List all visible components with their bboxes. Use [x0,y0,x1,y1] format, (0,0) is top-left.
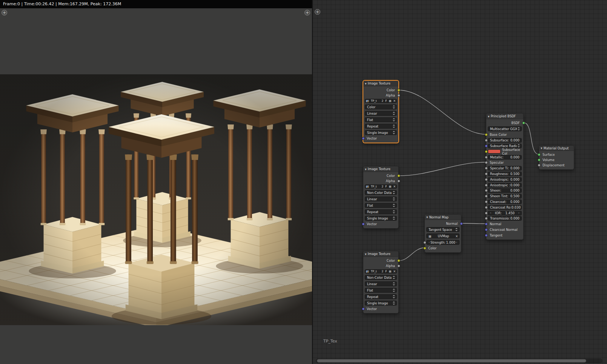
pack-image-icon[interactable] [388,270,393,273]
socket-roughness[interactable] [485,172,488,175]
region-expand-icon[interactable] [315,9,320,15]
render-viewport-area[interactable]: Frame:0 | Time:00:26.42 | Mem:167.29M, P… [0,0,312,364]
clearcoat-slider[interactable]: Clearcoat:0.000 [488,200,522,204]
image-users-button[interactable]: 2 [381,99,385,103]
specular-tint-slider[interactable]: Specular Ti:0.000 [488,166,522,170]
node-header[interactable]: Normal Map [425,215,461,220]
region-expand-icon[interactable] [304,10,310,15]
sheen-tint-slider[interactable]: Sheen Tint:0.500 [488,194,522,198]
anisotropic-rotation-slider[interactable]: Anisotropic :0.000 [488,183,522,187]
unlink-image-icon[interactable] [392,270,396,273]
socket-base-color[interactable] [485,133,488,136]
interpolation-select[interactable]: Linear [365,111,397,116]
socket-clearcoat-roughness[interactable] [485,206,488,209]
projection-select[interactable]: Flat [365,203,397,208]
slider-increase-icon[interactable] [456,241,457,244]
extension-select[interactable]: Repeat [365,124,397,129]
unlink-image-icon[interactable] [392,185,396,188]
socket-anisotropic[interactable] [485,178,488,181]
socket-tangent[interactable] [485,234,488,237]
socket-bsdf-output[interactable] [522,121,525,124]
socket-color-output[interactable] [397,259,400,262]
collapse-icon[interactable] [365,253,367,255]
socket-volume-input[interactable] [538,158,541,161]
pack-image-icon[interactable] [388,99,393,103]
distribution-select[interactable]: Multiscatter GGX [488,126,522,131]
node-principled-bsdf[interactable]: Principled BSDF BSDF Multiscatter GGX Ba… [486,113,524,240]
metallic-slider[interactable]: Metallic:0.000 [488,155,522,160]
interpolation-select[interactable]: Linear [365,281,397,286]
rendered-image-region[interactable] [0,74,312,325]
transmission-slider[interactable]: Transmissio:0.000 [488,216,522,221]
collapse-icon[interactable] [541,147,542,149]
sheen-slider[interactable]: Sheen:0.000 [488,188,522,193]
node-header[interactable]: Image Texture [363,81,398,86]
image-users-button[interactable]: 2 [381,270,385,273]
anisotropic-slider[interactable]: Anisotropic:0.000 [488,177,522,182]
socket-specular[interactable] [485,161,488,164]
image-name-field[interactable]: TP_t [370,270,381,273]
image-browse-button[interactable] [365,270,370,273]
socket-sheen-tint[interactable] [485,195,488,198]
projection-select[interactable]: Flat [365,117,397,122]
scrollbar-thumb[interactable] [317,359,586,362]
socket-subsurface-radius[interactable] [485,144,488,147]
fake-user-button[interactable]: F [384,99,388,103]
node-header[interactable]: Image Texture [363,251,398,257]
clearcoat-roughness-slider[interactable]: Clearcoat Ro:0.030 [488,205,522,210]
socket-clearcoat[interactable] [485,200,488,203]
colorspace-select[interactable]: Color [365,104,397,109]
node-header[interactable]: Principled BSDF [486,114,523,119]
socket-metallic[interactable] [485,156,488,159]
node-header[interactable]: Image Texture [363,166,398,172]
fake-user-button[interactable]: F [384,185,388,188]
area-divider[interactable] [312,0,313,364]
extension-select[interactable]: Repeat [365,209,397,214]
node-image-texture-2[interactable]: Image Texture Color Alpha TP_t 2 F Non-C… [363,166,399,229]
collapse-icon[interactable] [365,168,367,170]
socket-surface-input[interactable] [538,153,541,156]
space-select[interactable]: Tangent Space [426,227,459,232]
socket-alpha-output[interactable] [397,94,400,97]
strength-slider[interactable]: Strength: 1.000 [426,240,459,245]
image-browse-button[interactable] [365,99,370,103]
socket-displacement-input[interactable] [538,164,541,167]
node-image-texture-1[interactable]: Image Texture Color Alpha TP_t 2 F Color [363,80,399,143]
source-select[interactable]: Single Image [365,216,397,221]
fake-user-button[interactable]: F [384,270,388,273]
pack-image-icon[interactable] [388,185,393,188]
colorspace-select[interactable]: Non-Color Data [365,275,397,280]
socket-color-output[interactable] [397,89,400,92]
socket-color-output[interactable] [397,174,400,177]
socket-alpha-output[interactable] [397,180,400,183]
interpolation-select[interactable]: Linear [365,197,397,201]
colorspace-select[interactable]: Non-Color Data [365,190,397,195]
subsurface-slider[interactable]: Subsurface:0.000 [488,138,522,143]
collapse-icon[interactable] [365,82,367,85]
region-expand-icon[interactable] [2,10,7,15]
horizontal-scrollbar[interactable] [316,358,602,363]
extension-select[interactable]: Repeat [365,294,397,299]
collapse-icon[interactable] [488,115,490,118]
socket-vector-input[interactable] [362,307,365,310]
socket-strength-input[interactable] [423,241,426,244]
uv-map-select[interactable]: UVMap [426,233,459,238]
socket-specular-tint[interactable] [485,167,488,170]
roughness-slider[interactable]: Roughness:0.500 [488,172,522,176]
node-normal-map[interactable]: Normal Map Normal Tangent Space UVMap [424,214,461,253]
subsurface-color-swatch[interactable] [488,149,501,154]
node-material-output[interactable]: Material Output Surface Volume Displacem… [539,145,574,170]
slider-decrease-icon[interactable] [429,241,430,244]
socket-vector-input[interactable] [362,223,365,226]
image-name-field[interactable]: TP_t [370,99,381,103]
node-editor-canvas[interactable]: Image Texture Color Alpha TP_t 2 F Color [313,0,607,364]
socket-clearcoat-normal[interactable] [485,228,488,231]
clear-uvmap-icon[interactable] [455,234,458,238]
slider-increase-icon[interactable] [518,211,519,215]
socket-sheen[interactable] [485,189,488,192]
socket-color-input[interactable] [423,247,426,250]
slider-decrease-icon[interactable] [490,211,491,215]
unlink-image-icon[interactable] [392,99,396,103]
socket-transmission[interactable] [485,217,488,220]
ior-slider[interactable]: IOR:1.450 [488,211,522,215]
